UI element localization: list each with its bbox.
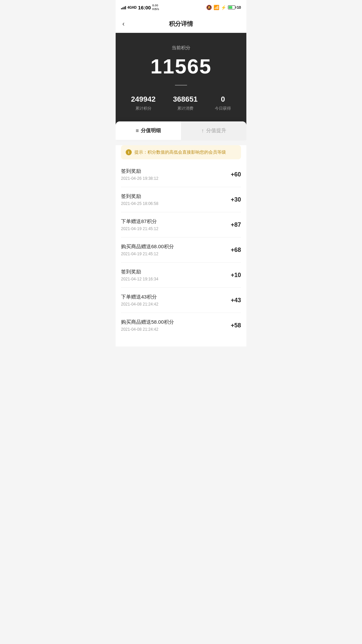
item-date: 2021-04-19 21:45:12 <box>121 252 231 256</box>
battery-label: 10 <box>237 5 241 9</box>
item-title: 下单赠送43积分 <box>121 294 231 300</box>
list-item: 签到奖励 2021-04-26 19:38:12 +60 <box>121 162 241 187</box>
list-item: 购买商品赠送58.00积分 2021-04-08 21:24:42 +58 <box>121 313 241 338</box>
notice-text: 提示：积分数值的高低会直接影响您的会员等级 <box>134 149 226 155</box>
tabs-container: ≡ 分值明细 ↑ 分值提升 <box>116 121 246 140</box>
tab-boost-label: 分值提升 <box>206 127 226 134</box>
nav-bar: ‹ 积分详情 <box>116 15 246 33</box>
item-left: 下单赠送87积分 2021-04-19 21:45:12 <box>121 218 231 231</box>
detail-tab-icon: ≡ <box>136 128 139 134</box>
network-type: 4GHD <box>127 6 137 9</box>
item-date: 2021-04-08 21:24:42 <box>121 302 231 307</box>
item-title: 购买商品赠送68.00积分 <box>121 244 231 250</box>
item-left: 签到奖励 2021-04-25 18:06:58 <box>121 193 231 206</box>
status-bar: 4GHD 16:00 8.00KB/s 🔕 📶 ⚡ 10 <box>116 0 246 15</box>
list-item: 签到奖励 2021-04-12 19:16:34 +10 <box>121 263 241 288</box>
notice-icon: i <box>126 149 132 155</box>
item-date: 2021-04-25 18:06:58 <box>121 201 231 206</box>
tab-boost[interactable]: ↑ 分值提升 <box>181 121 246 140</box>
item-score: +10 <box>231 272 241 279</box>
stat-today-value: 0 <box>221 95 225 104</box>
stat-consumption-label: 累计消费 <box>177 106 193 111</box>
wifi-icon: 📶 <box>214 5 219 10</box>
current-score: 11565 <box>122 54 240 78</box>
content-area: i 提示：积分数值的高低会直接影响您的会员等级 签到奖励 2021-04-26 … <box>116 145 246 346</box>
item-score: +43 <box>231 297 241 304</box>
hero-section: 当前积分 11565 249942 累计积分 368651 累计消费 0 今日获… <box>116 33 246 125</box>
item-score: +60 <box>231 171 241 178</box>
item-title: 下单赠送87积分 <box>121 218 231 225</box>
stat-consumption-value: 368651 <box>173 95 197 104</box>
battery-icon <box>228 5 235 9</box>
points-list: 签到奖励 2021-04-26 19:38:12 +60 签到奖励 2021-0… <box>116 162 246 338</box>
item-score: +68 <box>231 247 241 254</box>
item-title: 签到奖励 <box>121 193 231 200</box>
list-item: 下单赠送43积分 2021-04-08 21:24:42 +43 <box>121 288 241 313</box>
back-button[interactable]: ‹ <box>122 17 127 30</box>
item-date: 2021-04-19 21:45:12 <box>121 226 231 231</box>
item-date: 2021-04-26 19:38:12 <box>121 176 231 181</box>
item-left: 购买商品赠送58.00积分 2021-04-08 21:24:42 <box>121 319 231 332</box>
stats-row: 249942 累计积分 368651 累计消费 0 今日获得 <box>122 95 240 111</box>
item-date: 2021-04-12 19:16:34 <box>121 277 231 281</box>
battery-fill <box>229 6 232 9</box>
stat-today-label: 今日获得 <box>215 106 231 111</box>
notice-bar: i 提示：积分数值的高低会直接影响您的会员等级 <box>121 145 241 159</box>
list-item: 签到奖励 2021-04-25 18:06:58 +30 <box>121 187 241 212</box>
network-speed: 8.00KB/s <box>152 4 159 11</box>
score-label: 当前积分 <box>122 45 240 51</box>
item-title: 签到奖励 <box>121 269 231 275</box>
divider <box>175 85 187 86</box>
item-left: 签到奖励 2021-04-26 19:38:12 <box>121 168 231 181</box>
boost-tab-icon: ↑ <box>201 128 204 134</box>
item-left: 签到奖励 2021-04-12 19:16:34 <box>121 269 231 281</box>
item-date: 2021-04-08 21:24:42 <box>121 327 231 332</box>
tab-detail-label: 分值明细 <box>141 127 161 134</box>
bell-icon: 🔕 <box>206 5 212 10</box>
status-left: 4GHD 16:00 8.00KB/s <box>121 4 159 11</box>
stat-accumulated-value: 249942 <box>131 95 156 104</box>
item-title: 签到奖励 <box>121 168 231 174</box>
lightning-icon: ⚡ <box>221 5 226 10</box>
item-score: +58 <box>231 322 241 329</box>
stat-today: 0 今日获得 <box>215 95 231 111</box>
item-title: 购买商品赠送58.00积分 <box>121 319 231 325</box>
item-score: +30 <box>231 196 241 203</box>
stat-accumulated: 249942 累计积分 <box>131 95 156 111</box>
tab-detail[interactable]: ≡ 分值明细 <box>116 121 181 140</box>
page-title: 积分详情 <box>169 20 193 28</box>
item-left: 下单赠送43积分 2021-04-08 21:24:42 <box>121 294 231 307</box>
list-item: 下单赠送87积分 2021-04-19 21:45:12 +87 <box>121 212 241 237</box>
item-score: +87 <box>231 221 241 228</box>
signal-icon <box>121 5 126 9</box>
stat-accumulated-label: 累计积分 <box>135 106 152 111</box>
status-right: 🔕 📶 ⚡ 10 <box>206 5 241 10</box>
list-item: 购买商品赠送68.00积分 2021-04-19 21:45:12 +68 <box>121 237 241 263</box>
item-left: 购买商品赠送68.00积分 2021-04-19 21:45:12 <box>121 244 231 256</box>
status-time: 16:00 <box>138 5 151 10</box>
stat-consumption: 368651 累计消费 <box>173 95 197 111</box>
